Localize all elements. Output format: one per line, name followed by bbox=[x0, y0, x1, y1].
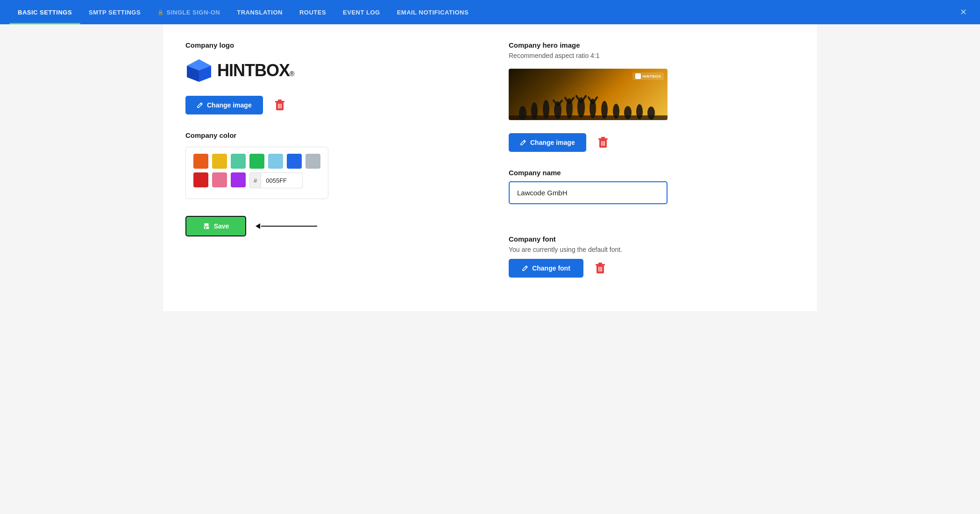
nav-item-event-log[interactable]: EVENT LOG bbox=[334, 0, 389, 24]
pencil-icon bbox=[197, 102, 203, 108]
svg-point-25 bbox=[636, 104, 643, 119]
nav-label-basic-settings: BASIC SETTINGS bbox=[18, 9, 72, 16]
swatch-gray[interactable] bbox=[305, 154, 320, 169]
swatch-green[interactable] bbox=[249, 154, 264, 169]
svg-point-26 bbox=[647, 107, 655, 120]
change-hero-label: Change image bbox=[530, 139, 575, 146]
save-button[interactable]: Save bbox=[185, 216, 246, 236]
nav-item-email-notifications[interactable]: EMAIL NOTIFICATIONS bbox=[389, 0, 477, 24]
font-section-label: Company font bbox=[509, 235, 795, 243]
font-section-sublabel: You are currently using the default font… bbox=[509, 246, 795, 253]
svg-point-17 bbox=[543, 100, 549, 119]
hero-section-label: Company hero image bbox=[509, 41, 795, 49]
hero-action-row: Change image bbox=[509, 133, 795, 152]
company-name-input[interactable] bbox=[509, 181, 668, 204]
color-hex-input[interactable] bbox=[261, 172, 303, 188]
nav-label-smtp-settings: SMTP SETTINGS bbox=[89, 9, 141, 16]
nav-item-translation[interactable]: TRANSLATION bbox=[228, 0, 291, 24]
color-row-2: # bbox=[193, 172, 320, 188]
svg-rect-13 bbox=[205, 227, 206, 228]
nav-label-translation: TRANSLATION bbox=[237, 9, 283, 16]
svg-point-15 bbox=[519, 106, 526, 120]
trash-icon-hero bbox=[597, 136, 609, 149]
hero-image-section: Company hero image Recommended aspect ra… bbox=[509, 41, 795, 152]
svg-point-23 bbox=[613, 104, 619, 119]
color-section: Company color bbox=[185, 131, 471, 199]
company-name-label: Company name bbox=[509, 169, 795, 177]
arrow-line bbox=[261, 226, 317, 227]
nav-label-email-notifications: EMAIL NOTIFICATIONS bbox=[397, 9, 469, 16]
svg-rect-6 bbox=[278, 100, 282, 101]
svg-rect-37 bbox=[601, 137, 605, 139]
color-palette-box: # bbox=[185, 147, 328, 199]
color-hex-input-row: # bbox=[249, 172, 303, 188]
pencil-icon-font bbox=[522, 265, 528, 271]
nav-bar: BASIC SETTINGS SMTP SETTINGS 🔒 SINGLE SI… bbox=[0, 0, 980, 24]
change-logo-label: Change image bbox=[207, 101, 252, 109]
nav-item-routes[interactable]: ROUTES bbox=[291, 0, 334, 24]
main-content: Company logo HINTBOX ® bbox=[163, 24, 817, 311]
logo-display: HINTBOX ® bbox=[185, 58, 471, 83]
save-area: Save bbox=[185, 216, 471, 236]
swatch-pink[interactable] bbox=[212, 172, 227, 187]
svg-point-16 bbox=[531, 102, 538, 119]
color-section-label: Company color bbox=[185, 131, 471, 139]
nav-item-single-sign-on: 🔒 SINGLE SIGN-ON bbox=[149, 0, 228, 24]
swatch-red[interactable] bbox=[193, 172, 208, 187]
hero-brand-text: HINTBOX bbox=[643, 74, 661, 79]
hero-silhouette-svg bbox=[509, 90, 668, 120]
swatch-light-blue[interactable] bbox=[268, 154, 283, 169]
delete-font-button[interactable] bbox=[595, 262, 606, 274]
hero-image-display: HINTBOX bbox=[509, 69, 668, 120]
pencil-icon-hero bbox=[520, 139, 526, 146]
svg-rect-11 bbox=[205, 223, 208, 226]
logo-reg: ® bbox=[290, 70, 294, 78]
svg-point-24 bbox=[624, 106, 632, 119]
change-hero-button[interactable]: Change image bbox=[509, 133, 586, 152]
font-section: Company font You are currently using the… bbox=[509, 235, 795, 278]
arrow-head-icon bbox=[256, 223, 260, 229]
svg-rect-43 bbox=[598, 263, 602, 264]
swatch-teal[interactable] bbox=[231, 154, 246, 169]
nav-item-basic-settings[interactable]: BASIC SETTINGS bbox=[9, 0, 80, 24]
left-column: Company logo HINTBOX ® bbox=[185, 41, 471, 294]
arrow-annotation bbox=[256, 223, 317, 229]
svg-point-18 bbox=[554, 101, 561, 119]
swatch-purple[interactable] bbox=[231, 172, 246, 187]
save-icon bbox=[203, 222, 210, 230]
nav-label-single-sign-on: SINGLE SIGN-ON bbox=[167, 9, 220, 16]
change-logo-button[interactable]: Change image bbox=[185, 96, 263, 114]
change-font-label: Change font bbox=[532, 264, 570, 272]
logo-text: HINTBOX bbox=[217, 61, 290, 80]
hero-brand-dot bbox=[635, 73, 641, 79]
save-label: Save bbox=[214, 222, 229, 230]
swatch-orange[interactable] bbox=[193, 154, 208, 169]
font-action-row: Change font bbox=[509, 259, 795, 278]
swatch-blue[interactable] bbox=[287, 154, 302, 169]
trash-icon bbox=[274, 99, 285, 111]
hero-logo-badge: HINTBOX bbox=[632, 72, 664, 80]
delete-logo-button[interactable] bbox=[274, 99, 285, 111]
color-hash-symbol: # bbox=[249, 172, 261, 188]
logo-action-row: Change image bbox=[185, 96, 471, 114]
hintbox-cube-icon bbox=[185, 58, 213, 83]
logo-section-label: Company logo bbox=[185, 41, 471, 49]
nav-item-smtp-settings[interactable]: SMTP SETTINGS bbox=[80, 0, 149, 24]
logo-section: Company logo HINTBOX ® bbox=[185, 41, 471, 114]
swatch-yellow[interactable] bbox=[212, 154, 227, 169]
nav-label-event-log: EVENT LOG bbox=[343, 9, 380, 16]
delete-hero-button[interactable] bbox=[597, 136, 609, 149]
trash-icon-font bbox=[595, 262, 606, 274]
close-button[interactable]: ✕ bbox=[956, 0, 971, 24]
company-name-section: Company name bbox=[509, 169, 795, 204]
right-column: Company hero image Recommended aspect ra… bbox=[509, 41, 795, 294]
color-row-1 bbox=[193, 154, 320, 169]
change-font-button[interactable]: Change font bbox=[509, 259, 583, 278]
svg-point-22 bbox=[601, 101, 608, 119]
lock-icon: 🔒 bbox=[157, 9, 164, 15]
hero-section-sublabel: Recommended aspect ratio 4:1 bbox=[509, 52, 795, 59]
nav-label-routes: ROUTES bbox=[299, 9, 326, 16]
